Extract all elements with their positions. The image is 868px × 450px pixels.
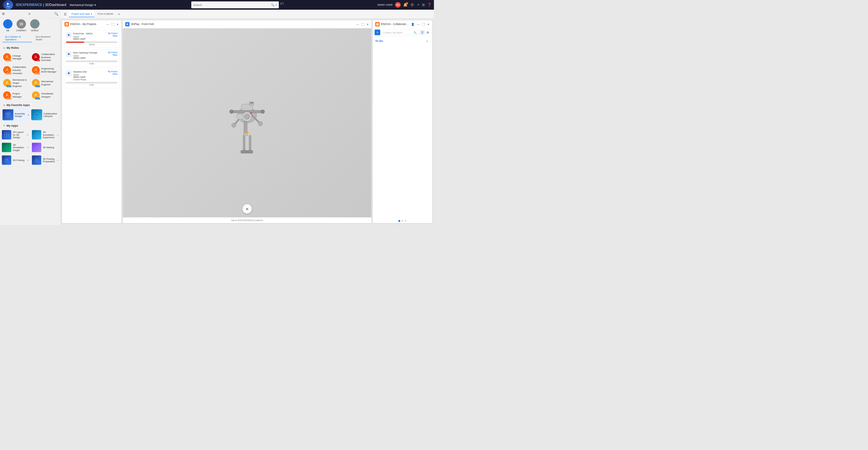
widget-projects-title: ENOVIA - My Projects [70, 23, 105, 26]
svg-point-45 [231, 123, 236, 127]
role-change-manager[interactable]: ENOVIA Change Manager [1, 51, 30, 63]
sidebar-model-tabs: As a System of Operations As a Business … [0, 33, 60, 44]
context-dropdown[interactable]: Mechanical Design ▾ [68, 2, 97, 7]
project-owner-label: Owner [73, 36, 108, 38]
tab-add-btn[interactable]: + [116, 11, 122, 17]
project-icon-gearbox [66, 70, 71, 76]
tasks-search-icon[interactable]: 🔍 [413, 31, 417, 34]
svg-point-7 [35, 94, 37, 95]
tasks-grid-view-btn[interactable]: ⊞ [425, 30, 430, 35]
svg-point-47 [258, 121, 262, 126]
widget-tasks-user[interactable]: 👤 [410, 22, 415, 27]
tab-project-task[interactable]: Project and Task ▾ [69, 11, 95, 18]
project-card-gearbox-header: Gearbox Dev Owner DEMO USER Current Phas… [66, 70, 118, 81]
notifications-btn[interactable]: 🔔 3 [403, 3, 408, 7]
sidebar-tab-me[interactable]: 👤 ME [3, 20, 12, 32]
tab-business-model[interactable]: As a Business Model [33, 34, 58, 42]
sidebar-close-btn[interactable]: ✕ [27, 11, 32, 17]
my-apps-header[interactable]: ▼ My Apps [0, 121, 60, 128]
app-3d-annot-exp-chevron[interactable]: ▾ [57, 133, 58, 136]
tab-plm-ebom[interactable]: PLM & EBOM [95, 11, 116, 18]
tasks-search[interactable]: Context: My Tasks 🔍 [382, 30, 418, 35]
role-mech-shape[interactable]: CATIA Mechanical & Shape Engineer [1, 77, 30, 89]
app-3d-annotation-insight[interactable]: A 3D Annotation Insight ▾ [0, 141, 30, 154]
role-eng-bom[interactable]: ENOVIA Engineering BOM Manager [30, 63, 59, 76]
3dplay-menu-float-btn[interactable]: ≡ [243, 204, 252, 214]
progress-label-door: 0.0% [66, 63, 118, 65]
project-card-door-opening: Door Opening Concept Owner DEMO USER My … [64, 50, 120, 67]
role-collab-industry[interactable]: ENOVIA Collaborative Industry Innovator [1, 63, 30, 76]
widget-projects-menu[interactable]: ▾ [116, 22, 119, 27]
search-input[interactable] [193, 3, 270, 6]
widget-3dplay-content: ≡ [123, 28, 372, 218]
app-3d-annot-insight-chevron[interactable]: ▾ [27, 146, 28, 149]
project-progress-bar-door [66, 61, 118, 62]
app-3d-printing-prep-chevron[interactable]: ▾ [57, 159, 58, 161]
fav-app-assembly[interactable]: Assembly Design ▾ [1, 108, 30, 121]
widget-tasks-menu[interactable]: ▾ [427, 22, 430, 27]
sidebar-search-icon[interactable]: 🔍 [54, 12, 58, 16]
my-fav-apps-header[interactable]: ▼ My Favorite Apps [0, 101, 60, 108]
search-dropdown-icon[interactable]: ▾ [276, 4, 277, 6]
fav-app-collab-lifecycle[interactable]: Collaborative Lifecycle [30, 108, 59, 121]
fav-app-asm-chevron[interactable]: ▾ [28, 114, 29, 116]
search-icon[interactable]: 🔍 [271, 3, 274, 6]
hamburger-btn[interactable]: ☰ [62, 11, 68, 17]
apps-btn[interactable]: ⊞ [422, 3, 425, 7]
project-progress-bar [66, 41, 118, 43]
widget-tasks-actions: 👤 — ⛶ ▾ [410, 22, 430, 27]
widget-tasks-header: ENOVIA - Collaborative Tasks - G... 👤 — … [373, 20, 432, 28]
tasks-nav-btn[interactable]: › [425, 38, 430, 43]
progress-fill-gearbox [66, 82, 67, 84]
tasks-list-view-btn[interactable]: ☰ [420, 30, 425, 35]
widget-projects-expand[interactable]: ⛶ [111, 22, 115, 27]
role-collab-biz[interactable]: 3DS Collaborative Business Innovator [30, 51, 59, 63]
app-logo[interactable]: V1.8 [2, 1, 14, 9]
widget-3dplay-menu[interactable]: ▾ [366, 22, 369, 27]
app-2d-layout[interactable]: 2D Layout for 3D Design ▾ [0, 128, 30, 141]
share-btn[interactable]: ↗ [417, 3, 420, 7]
my-roles-header[interactable]: ▼ My Roles [0, 44, 60, 51]
tasks-add-btn[interactable]: + [375, 30, 380, 35]
user-avatar[interactable]: DU [395, 2, 401, 8]
widget-tasks-minimize[interactable]: — [416, 22, 421, 27]
tab-system-ops[interactable]: As a System of Operations [2, 34, 32, 42]
tasks-dots [373, 219, 432, 223]
sidebar-tab-company[interactable]: 🏢 COMPANY [16, 20, 26, 32]
widget-3dplay-minimize[interactable]: — [356, 22, 360, 27]
sidebar-tab-world[interactable]: 🌐 WORLD [30, 20, 39, 32]
settings-icon[interactable]: ⚙ [2, 12, 5, 16]
widget-projects-header: ENOVIA - My Projects — ⛶ ▾ [62, 20, 122, 28]
app-3d-markup[interactable]: 3D Markup [30, 141, 60, 154]
role-project-mgr[interactable]: ENOVIA Project Manager [1, 89, 30, 101]
widget-3dplay-expand[interactable]: ⛶ [361, 22, 365, 27]
svg-point-39 [261, 110, 265, 114]
tab-project-dropdown[interactable]: ▾ [91, 12, 92, 15]
help-btn[interactable]: ❓ [427, 3, 432, 7]
svg-rect-48 [243, 136, 245, 151]
role-mech-eng[interactable]: CATIA Mechanical Engineer [30, 77, 59, 89]
app-3d-printing-prep[interactable]: 3D Printing Preparation ▾ [30, 154, 60, 167]
progress-fill-door [66, 61, 67, 62]
widget-projects-icon [65, 22, 69, 27]
widget-projects-minimize[interactable]: — [106, 22, 110, 27]
svg-rect-30 [66, 24, 67, 25]
task-dot-2[interactable] [402, 220, 404, 222]
app-2dlayout-chevron[interactable]: ▾ [27, 133, 28, 136]
role-sheetmetal[interactable]: CATIA SheetMetal Designer [30, 89, 59, 101]
add-btn[interactable]: ➕ [410, 3, 414, 7]
widget-tasks-icon [375, 22, 380, 27]
app-3d-annotation-exp[interactable]: A 3D Annotation Experience ▾ [30, 128, 60, 141]
svg-point-1 [35, 56, 37, 57]
tag-icon[interactable]: 🏷 [280, 2, 283, 8]
task-dot-3[interactable] [405, 220, 407, 222]
app-3d-printing[interactable]: 3D Printing ▾ [0, 154, 30, 167]
project-card-gearbox: Gearbox Dev Owner DEMO USER Current Phas… [64, 68, 120, 89]
svg-point-4 [6, 81, 8, 83]
nav-actions: DEMO USER DU 🔔 3 ➕ ↗ ⊞ ❓ [378, 2, 432, 8]
widget-tasks-expand[interactable]: ⛶ [422, 22, 426, 27]
svg-point-27 [36, 159, 37, 160]
task-dot-1[interactable] [399, 220, 400, 222]
app-3d-printing-chevron[interactable]: ▾ [27, 159, 28, 161]
widget-3dplay: 3DPlay - Front Fork — ⛶ ▾ [123, 20, 372, 223]
